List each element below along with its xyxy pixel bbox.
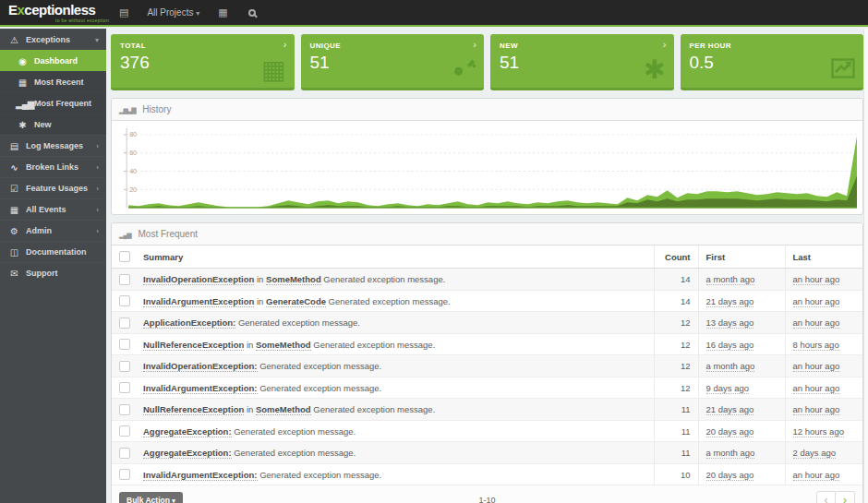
row-checkbox[interactable]	[119, 361, 130, 372]
exception-type-link[interactable]: InvalidOperationException	[143, 274, 254, 285]
sidebar-item-all-events[interactable]: ▦All Events›	[0, 198, 106, 220]
sidebar-item-documentation[interactable]: ◫Documentation	[0, 241, 106, 262]
summary-cell[interactable]: InvalidArgumentException in GenerateCode…	[136, 290, 654, 311]
sidebar-item-most-frequent[interactable]: ▂▄▆Most Frequent	[0, 92, 106, 114]
row-checkbox[interactable]	[119, 317, 130, 329]
first-occurrence-link[interactable]: 13 days ago	[706, 317, 754, 329]
stat-card-new[interactable]: NEW51✱›	[490, 34, 674, 90]
sidebar-item-exceptions[interactable]: ⚠Exceptions▾	[0, 29, 106, 50]
last-occurrence-link[interactable]: an hour ago	[793, 470, 840, 481]
exception-type-link[interactable]: AggregateException:	[143, 426, 232, 437]
first-occurrence-link[interactable]: 9 days ago	[706, 383, 749, 394]
sidebar-item-broken-links[interactable]: ∿Broken Links›	[0, 156, 106, 177]
table-row: InvalidArgumentException: Generated exce…	[112, 463, 862, 485]
summary-cell[interactable]: InvalidArgumentException: Generated exce…	[136, 377, 654, 398]
exception-type-link[interactable]: ApplicationException:	[143, 317, 235, 329]
sidebar-item-log-messages[interactable]: ▤Log Messages›	[0, 135, 106, 156]
summary-cell[interactable]: NullReferenceException in SomeMethod Gen…	[136, 333, 654, 354]
column-header-last[interactable]: Last	[785, 246, 862, 269]
chevron-right-icon: ›	[473, 40, 476, 50]
first-occurrence-link[interactable]: a month ago	[706, 448, 755, 459]
last-occurrence-link[interactable]: 2 days ago	[793, 448, 836, 459]
scrollbar[interactable]	[863, 29, 868, 503]
logo-wordmark: Exceptionless	[8, 2, 95, 18]
count-cell: 11	[654, 420, 698, 441]
chevron-right-icon: ›	[663, 40, 667, 50]
most-frequent-table: Summary Count First Last InvalidOperatio…	[112, 246, 862, 485]
last-occurrence-link[interactable]: an hour ago	[793, 274, 840, 285]
sidebar-item-support[interactable]: ✉Support	[0, 262, 106, 283]
sidebar-item-label: Dashboard	[34, 56, 78, 66]
last-occurrence-link[interactable]: an hour ago	[793, 383, 840, 394]
gear-icon: ⚙	[7, 226, 20, 236]
sidebar-item-label: Exceptions	[26, 35, 70, 44]
last-occurrence-cell: 8 hours ago	[785, 333, 862, 354]
row-checkbox[interactable]	[119, 448, 130, 459]
first-occurrence-link[interactable]: a month ago	[706, 274, 755, 285]
most-frequent-panel-header[interactable]: ▂▄▆ Most Frequent	[112, 223, 862, 246]
exception-type-link[interactable]: InvalidOperationException:	[143, 361, 258, 372]
exception-method-link[interactable]: SomeMethod	[256, 404, 311, 415]
last-occurrence-link[interactable]: an hour ago	[793, 361, 840, 372]
sidebar-item-dashboard[interactable]: ◉Dashboard	[0, 50, 106, 71]
history-panel-header[interactable]: ▂▆▃▇ History	[112, 99, 862, 121]
summary-cell[interactable]: InvalidOperationException: Generated exc…	[136, 355, 654, 377]
sidebar-item-admin[interactable]: ⚙Admin›	[0, 220, 106, 241]
first-occurrence-link[interactable]: 20 days ago	[706, 470, 754, 481]
sidebar-item-label: Log Messages	[26, 141, 83, 150]
first-occurrence-link[interactable]: a month ago	[706, 361, 755, 372]
last-occurrence-link[interactable]: an hour ago	[793, 317, 840, 329]
sidebar-item-most-recent[interactable]: ▦Most Recent	[0, 71, 106, 92]
first-occurrence-link[interactable]: 21 days ago	[706, 296, 754, 307]
first-occurrence-link[interactable]: 16 days ago	[706, 340, 754, 351]
first-occurrence-link[interactable]: 21 days ago	[706, 404, 754, 415]
summary-cell[interactable]: NullReferenceException in SomeMethod Gen…	[136, 399, 654, 420]
last-occurrence-link[interactable]: an hour ago	[793, 404, 840, 415]
row-checkbox[interactable]	[119, 469, 130, 480]
row-checkbox[interactable]	[119, 295, 130, 306]
app-logo[interactable]: Exceptionless to be without exception	[0, 3, 109, 23]
exception-method-link[interactable]: SomeMethod	[266, 274, 321, 285]
column-header-count[interactable]: Count	[654, 246, 698, 269]
row-checkbox[interactable]	[119, 339, 130, 350]
row-checkbox[interactable]	[119, 425, 130, 437]
select-all-checkbox[interactable]	[119, 251, 130, 262]
exception-method-link[interactable]: SomeMethod	[256, 340, 311, 351]
project-selector[interactable]: All Projects ▾	[147, 7, 199, 18]
previous-page-button[interactable]: ‹	[816, 491, 836, 503]
row-checkbox[interactable]	[119, 382, 130, 393]
summary-cell[interactable]: ApplicationException: Generated exceptio…	[136, 312, 654, 333]
exception-method-link[interactable]: GenerateCode	[266, 296, 326, 307]
bulk-action-button[interactable]: Bulk Action ▾	[119, 492, 183, 503]
stat-card-total[interactable]: TOTAL376▦›	[111, 34, 295, 90]
first-occurrence-cell: a month ago	[698, 355, 785, 377]
last-occurrence-link[interactable]: 8 hours ago	[793, 340, 839, 351]
row-checkbox[interactable]	[119, 274, 130, 285]
first-occurrence-link[interactable]: 20 days ago	[706, 426, 754, 437]
summary-cell[interactable]: AggregateException: Generated exception …	[136, 420, 654, 441]
next-page-button[interactable]: ›	[836, 491, 855, 503]
summary-cell[interactable]: AggregateException: Generated exception …	[136, 442, 654, 463]
exception-type-link[interactable]: NullReferenceException	[143, 404, 244, 415]
exception-type-link[interactable]: InvalidArgumentException:	[143, 470, 258, 481]
stat-card-per-hour[interactable]: PER HOUR0.5	[681, 34, 864, 90]
exception-type-link[interactable]: NullReferenceException	[143, 340, 244, 351]
exception-type-link[interactable]: InvalidArgumentException:	[143, 383, 258, 394]
exception-type-link[interactable]: AggregateException:	[143, 448, 232, 459]
calendar-icon[interactable]: ▦	[218, 7, 227, 18]
trend-icon	[831, 57, 855, 83]
stat-card-unique[interactable]: UNIQUE51›	[301, 34, 485, 90]
last-occurrence-link[interactable]: 12 hours ago	[793, 426, 844, 437]
exception-type-link[interactable]: InvalidArgumentException	[143, 296, 254, 307]
summary-cell[interactable]: InvalidOperationException in SomeMethod …	[136, 269, 654, 290]
stat-card-label: UNIQUE	[301, 34, 485, 50]
row-checkbox[interactable]	[119, 404, 130, 415]
last-occurrence-link[interactable]: an hour ago	[793, 296, 840, 307]
sidebar-item-new[interactable]: ✱New	[0, 114, 106, 135]
search-icon[interactable]	[248, 7, 256, 18]
list-icon[interactable]: ▤	[119, 7, 128, 18]
sidebar-item-feature-usages[interactable]: ☑Feature Usages›	[0, 177, 106, 198]
summary-cell[interactable]: InvalidArgumentException: Generated exce…	[136, 463, 654, 485]
column-header-summary[interactable]: Summary	[136, 246, 654, 269]
column-header-first[interactable]: First	[698, 246, 785, 269]
